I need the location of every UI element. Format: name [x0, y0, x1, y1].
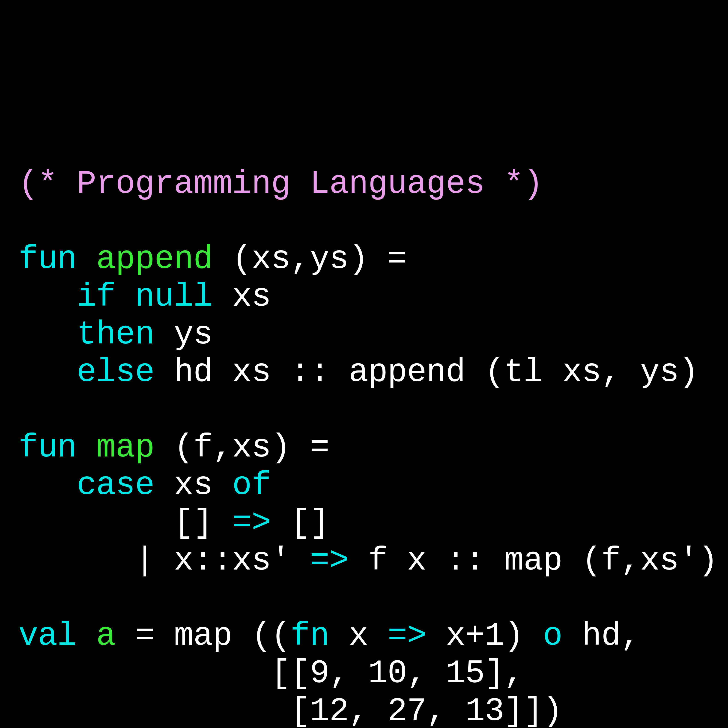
space	[116, 278, 135, 315]
code-text: [12, 27, 13]])	[18, 693, 562, 728]
identifier-map: map	[96, 429, 154, 466]
indent	[18, 278, 77, 315]
code-text: [[9, 10, 15],	[18, 655, 524, 692]
code-text: x+1)	[427, 618, 543, 655]
indent	[18, 505, 174, 541]
keyword-fn: fn	[291, 618, 329, 655]
code-text: ys	[154, 316, 213, 353]
code-text: x	[329, 618, 387, 655]
code-block: (* Programming Languages *) fun append (…	[18, 165, 710, 728]
code-text: xs	[154, 467, 232, 504]
comment: (* Programming Languages *)	[18, 166, 543, 203]
keyword-if: if	[77, 278, 116, 315]
keyword-o: o	[543, 618, 562, 655]
indent	[18, 467, 77, 504]
code-text: hd,	[562, 618, 640, 655]
keyword-val: val	[18, 618, 77, 655]
identifier-append: append	[96, 241, 213, 278]
arrow: =>	[310, 542, 349, 580]
keyword-null: null	[135, 278, 213, 315]
code-text: []	[271, 505, 329, 541]
space	[77, 618, 96, 655]
code-text: (f,xs) =	[154, 429, 329, 466]
keyword-fun: fun	[18, 241, 77, 278]
arrow: =>	[232, 505, 271, 541]
code-text: xs	[213, 278, 271, 315]
keyword-else: else	[77, 354, 154, 391]
identifier-a: a	[96, 618, 116, 655]
indent	[18, 354, 77, 391]
indent	[18, 542, 135, 580]
code-text: hd xs :: append (tl xs, ys)	[154, 354, 699, 391]
keyword-case: case	[77, 467, 154, 504]
indent	[18, 316, 77, 353]
code-text: | x::xs'	[135, 542, 310, 580]
code-text: []	[174, 505, 232, 541]
keyword-then: then	[77, 316, 154, 353]
code-text: (xs,ys) =	[213, 241, 407, 278]
arrow: =>	[387, 618, 426, 655]
keyword-of: of	[232, 467, 271, 504]
code-text: f x :: map (f,xs')	[349, 542, 718, 580]
keyword-fun: fun	[18, 429, 77, 466]
code-text: = map ((	[116, 618, 291, 655]
